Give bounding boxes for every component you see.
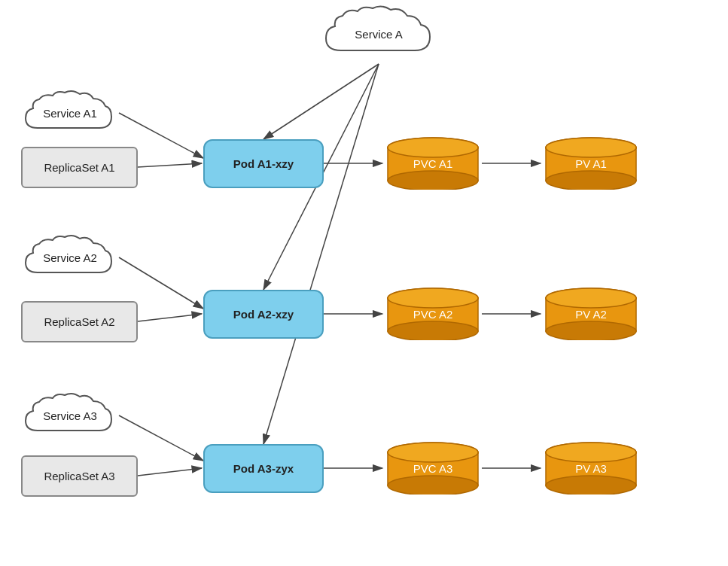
- svg-point-19: [388, 138, 478, 157]
- svg-line-3: [263, 64, 379, 444]
- pod-a3: Pod A3-zyx: [203, 444, 324, 493]
- service-a2-cloud: Service A2: [21, 233, 119, 282]
- svg-point-30: [546, 171, 636, 190]
- replicaset-a1: ReplicaSet A1: [21, 147, 138, 188]
- replicaset-a2: ReplicaSet A2: [21, 301, 138, 342]
- pod-a2: Pod A2-xzy: [203, 290, 324, 339]
- pv-a2: PV A2: [542, 288, 640, 340]
- svg-point-31: [546, 138, 636, 157]
- service-a-cloud: Service A: [318, 4, 439, 64]
- pv-a1: PV A1: [542, 137, 640, 190]
- svg-line-1: [263, 64, 379, 139]
- service-a3-cloud: Service A3: [21, 391, 119, 440]
- svg-line-6: [119, 415, 203, 461]
- svg-point-34: [546, 321, 636, 340]
- svg-point-18: [388, 171, 478, 190]
- svg-point-38: [546, 476, 636, 494]
- pvc-a3: PVC A3: [384, 442, 482, 494]
- pvc-a2: PVC A2: [384, 288, 482, 340]
- diagram: Service A Service A1 Service A2 Service …: [0, 0, 728, 566]
- pvc-a1: PVC A1: [384, 137, 482, 190]
- svg-line-8: [138, 314, 202, 321]
- svg-point-39: [546, 443, 636, 462]
- svg-line-9: [138, 468, 202, 476]
- pv-a3: PV A3: [542, 442, 640, 494]
- svg-point-27: [388, 443, 478, 462]
- svg-point-35: [546, 288, 636, 308]
- pod-a1: Pod A1-xzy: [203, 139, 324, 188]
- service-a1-cloud: Service A1: [21, 89, 119, 138]
- replicaset-a3: ReplicaSet A3: [21, 455, 138, 497]
- svg-point-23: [388, 288, 478, 308]
- svg-point-26: [388, 476, 478, 494]
- svg-line-7: [138, 163, 202, 167]
- svg-point-22: [388, 321, 478, 340]
